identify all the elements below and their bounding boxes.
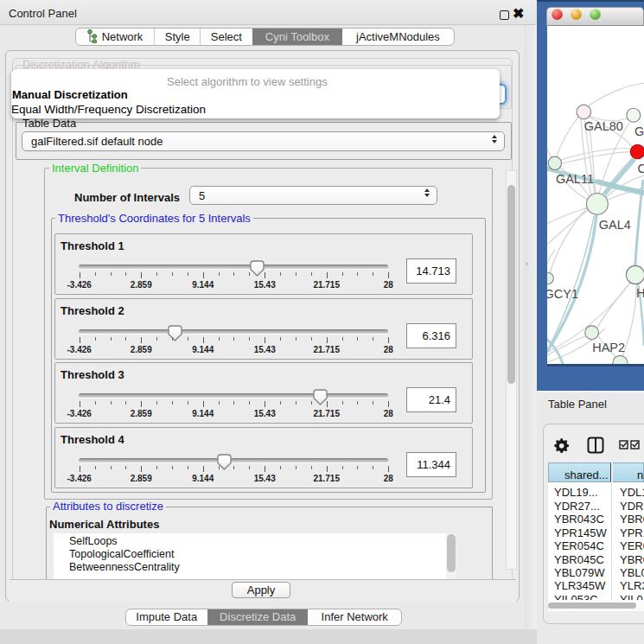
svg-text:H: H	[636, 286, 644, 300]
svg-text:GAL4: GAL4	[599, 218, 631, 232]
svg-text:HAP2: HAP2	[592, 341, 625, 354]
svg-text:GCY1: GCY1	[547, 287, 578, 301]
svg-text:C: C	[637, 162, 644, 175]
svg-text:GA: GA	[634, 124, 644, 138]
svg-text:GAL80: GAL80	[584, 119, 623, 133]
svg-text:GAL11: GAL11	[556, 172, 594, 186]
